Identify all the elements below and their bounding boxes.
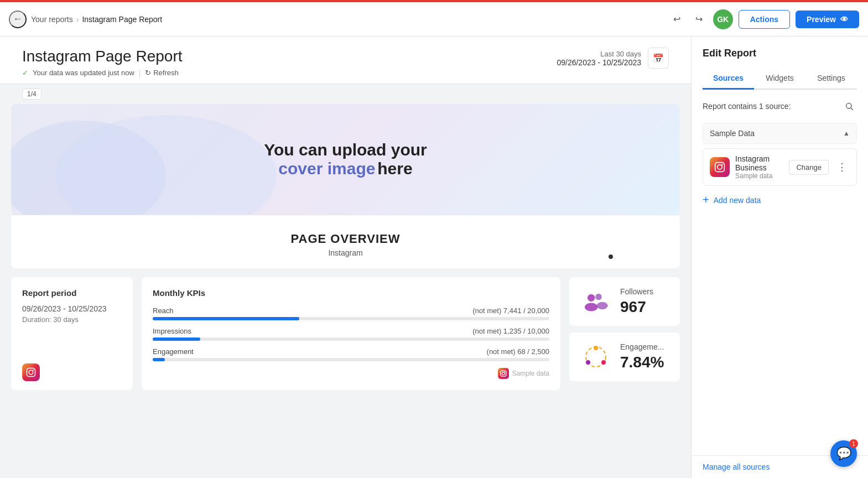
source-name: Instagram Business bbox=[735, 154, 783, 172]
cover-text: You can upload your cover image here bbox=[264, 141, 427, 178]
search-sources-button[interactable] bbox=[841, 98, 857, 114]
kpi-item-reach: Reach (not met) 7,441 / 20,000 bbox=[153, 306, 549, 320]
chat-badge: 1 bbox=[849, 439, 858, 448]
svg-point-4 bbox=[502, 372, 505, 375]
kpi-item-engagement: Engagement (not met) 68 / 2,500 bbox=[153, 347, 549, 361]
kpi-engagement-bar-fill bbox=[153, 358, 165, 361]
chat-button[interactable]: 💬 1 bbox=[830, 440, 857, 467]
right-panel: Edit Report Sources Widgets Settings Rep… bbox=[691, 37, 868, 478]
refresh-link[interactable]: ↻ Refresh bbox=[145, 69, 179, 77]
kpi-engagement-bar-bg bbox=[153, 358, 549, 361]
report-header: Instagram Page Report ✓ Your data was up… bbox=[0, 37, 691, 84]
tab-widgets[interactable]: Widgets bbox=[754, 68, 805, 90]
edit-report-title: Edit Report bbox=[703, 48, 857, 59]
breadcrumb: Your reports › Instagram Page Report bbox=[31, 15, 162, 24]
svg-rect-3 bbox=[501, 371, 506, 376]
engagement-card: Engageme... 7.84% bbox=[569, 332, 680, 381]
svg-rect-16 bbox=[715, 163, 725, 172]
chat-icon: 💬 bbox=[836, 446, 851, 461]
svg-point-6 bbox=[588, 294, 595, 302]
updated-text: Your data was updated just now bbox=[33, 69, 134, 77]
report-title: Instagram Page Report bbox=[22, 48, 183, 65]
undo-button[interactable]: ↩ bbox=[669, 11, 685, 28]
kpi-card-footer: Sample data bbox=[153, 368, 549, 379]
right-panel-header: Edit Report Sources Widgets Settings bbox=[692, 37, 868, 90]
followers-value: 967 bbox=[620, 298, 653, 316]
pipe-separator: | bbox=[139, 69, 141, 77]
period-duration: Duration: 30 days bbox=[22, 315, 122, 324]
svg-point-1 bbox=[29, 370, 33, 375]
calendar-button[interactable]: 📅 bbox=[648, 48, 669, 69]
accordion-arrow-icon: ▲ bbox=[843, 129, 850, 137]
add-new-data-button[interactable]: + Add new data bbox=[703, 190, 761, 210]
svg-point-13 bbox=[586, 360, 590, 365]
page-indicator: 1/4 bbox=[22, 89, 41, 100]
source-more-button[interactable]: ⋮ bbox=[834, 159, 850, 175]
tab-sources[interactable]: Sources bbox=[703, 68, 754, 90]
cards-row: Report period 09/26/2023 - 10/25/2023 Du… bbox=[11, 277, 680, 390]
manage-sources-button[interactable]: Manage all sources bbox=[703, 463, 770, 471]
engagement-icon bbox=[580, 341, 611, 372]
metric-cards-column: Followers 967 bbox=[569, 277, 680, 390]
instagram-icon-circle bbox=[22, 363, 40, 381]
breadcrumb-separator: › bbox=[76, 15, 79, 24]
redo-button[interactable]: ↪ bbox=[691, 11, 708, 28]
sources-count: Report contains 1 source: bbox=[703, 98, 857, 114]
date-label: Last 30 days bbox=[557, 50, 641, 58]
page-overview-section: PAGE OVERVIEW Instagram bbox=[11, 215, 680, 268]
refresh-label: Refresh bbox=[153, 69, 179, 77]
avatar[interactable]: GK bbox=[713, 9, 733, 29]
breadcrumb-parent-link[interactable]: Your reports bbox=[31, 15, 73, 24]
source-type: Sample data bbox=[735, 172, 783, 180]
back-button[interactable]: ← bbox=[9, 11, 27, 28]
accordion-label: Sample Data bbox=[710, 129, 755, 138]
period-card: Report period 09/26/2023 - 10/25/2023 Du… bbox=[11, 277, 133, 390]
kpi-reach-bar-bg bbox=[153, 317, 549, 320]
sample-data-accordion[interactable]: Sample Data ▲ bbox=[703, 123, 857, 144]
cover-section[interactable]: You can upload your cover image here bbox=[11, 104, 680, 215]
topbar-right: ↩ ↪ GK Actions Preview 👁 bbox=[669, 9, 859, 29]
svg-point-2 bbox=[33, 370, 34, 371]
add-data-label: Add new data bbox=[714, 196, 761, 205]
kpi-reach-bar-fill bbox=[153, 317, 299, 320]
kpi-ig-icon bbox=[498, 368, 509, 379]
kpi-reach-value: (not met) 7,441 / 20,000 bbox=[472, 306, 549, 315]
content-area: Instagram Page Report ✓ Your data was up… bbox=[0, 37, 691, 478]
kpi-impressions-name: Impressions bbox=[153, 327, 191, 335]
date-range-section: Last 30 days 09/26/2023 - 10/25/2023 📅 bbox=[557, 48, 669, 69]
kpi-card: Monthly KPIs Reach (not met) 7,441 / 20,… bbox=[142, 277, 560, 390]
report-subtitle: ✓ Your data was updated just now | ↻ Ref… bbox=[22, 69, 183, 77]
check-icon: ✓ bbox=[22, 69, 28, 77]
kpi-reach-name: Reach bbox=[153, 306, 174, 315]
breadcrumb-current: Instagram Page Report bbox=[82, 15, 162, 24]
followers-icon bbox=[580, 286, 611, 317]
refresh-icon: ↻ bbox=[145, 69, 151, 77]
preview-icon: 👁 bbox=[840, 15, 848, 24]
kpi-impressions-value: (not met) 1,235 / 10,000 bbox=[472, 327, 549, 335]
preview-button[interactable]: Preview 👁 bbox=[796, 11, 859, 28]
actions-button[interactable]: Actions bbox=[739, 10, 790, 29]
panel-tabs: Sources Widgets Settings bbox=[703, 68, 857, 90]
svg-line-15 bbox=[851, 108, 853, 110]
engagement-value: 7.84% bbox=[620, 354, 664, 371]
kpi-card-title: Monthly KPIs bbox=[153, 288, 549, 298]
source-info: Instagram Business Sample data bbox=[735, 154, 783, 180]
cover-line1: You can upload your bbox=[264, 141, 427, 159]
period-card-title: Report period bbox=[22, 288, 122, 298]
source-item: Instagram Business Sample data Change ⋮ bbox=[703, 148, 857, 186]
svg-point-17 bbox=[718, 165, 722, 169]
cover-link-text[interactable]: cover image bbox=[278, 159, 375, 178]
svg-point-12 bbox=[601, 360, 606, 365]
page-overview-title: PAGE OVERVIEW bbox=[22, 232, 669, 246]
kpi-impressions-bar-bg bbox=[153, 337, 549, 341]
kpi-item-impressions: Impressions (not met) 1,235 / 10,000 bbox=[153, 327, 549, 341]
engagement-label: Engageme... bbox=[620, 342, 664, 351]
instagram-icon-bottom bbox=[22, 363, 40, 381]
svg-point-9 bbox=[597, 302, 608, 309]
kpi-engagement-value: (not met) 68 / 2,500 bbox=[487, 347, 549, 356]
followers-info: Followers 967 bbox=[620, 287, 653, 316]
change-source-button[interactable]: Change bbox=[789, 160, 829, 175]
svg-point-5 bbox=[505, 372, 506, 373]
plus-icon: + bbox=[703, 194, 709, 206]
tab-settings[interactable]: Settings bbox=[805, 68, 857, 90]
